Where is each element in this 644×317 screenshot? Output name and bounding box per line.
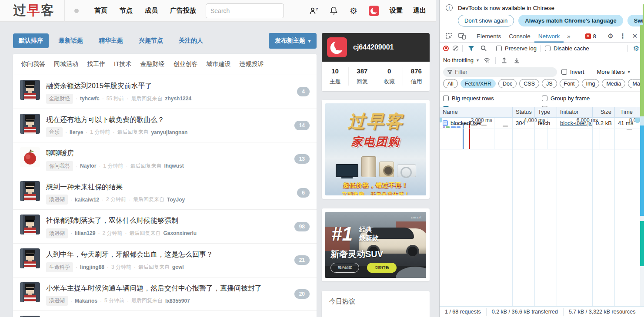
topic-avatar[interactable]	[20, 80, 40, 100]
more-tabs-chevron[interactable]: »	[565, 33, 572, 40]
sort-tab-4[interactable]: 关注的人	[173, 33, 209, 48]
topic-node-tag[interactable]: 金融财经	[46, 94, 73, 104]
filter-chip-fetchxhr[interactable]: Fetch/XHR	[460, 79, 496, 88]
topic-row[interactable]: 融资余额达到2015年股灾前水平了金融财经·tyhcwfc·55 秒前·最后回复…	[13, 75, 317, 109]
column-header-size[interactable]: Size	[593, 107, 615, 117]
ad2-order-button[interactable]: 立即订购	[367, 263, 397, 273]
column-header-time[interactable]: Time	[615, 107, 636, 117]
filter-funnel-icon[interactable]	[467, 44, 475, 53]
category-link-5[interactable]: 创业创客	[173, 60, 197, 68]
search-input[interactable]	[206, 3, 284, 18]
profile-stat-回复[interactable]: 387回复	[348, 67, 375, 86]
devtools-tab-elements[interactable]: Elements	[473, 30, 505, 43]
filter-chip-css[interactable]: CSS	[519, 79, 539, 88]
column-header-status[interactable]: Status	[513, 107, 535, 117]
category-link-2[interactable]: 找工作	[87, 60, 105, 68]
record-network-log-button[interactable]	[443, 46, 449, 51]
ad-appliances-banner[interactable]: 过早客 家电团购 超低价格，错过不再！ 立即抢购，开启品质生活！	[325, 103, 426, 195]
device-toolbar-icon[interactable]	[456, 31, 467, 41]
sort-tab-2[interactable]: 精华主题	[93, 33, 129, 48]
devtools-settings-gear-icon[interactable]: ⚙	[605, 31, 616, 41]
category-link-0[interactable]: 你问我答	[21, 60, 45, 68]
disable-cache-checkbox[interactable]: Disable cache	[545, 45, 589, 52]
user-avatar[interactable]	[369, 6, 379, 16]
invert-filter-checkbox[interactable]: Invert	[561, 69, 584, 75]
topic-title[interactable]: 人到中年，每天刷牙，牙龈都会出血，这是怎么回事？	[46, 250, 213, 259]
category-link-6[interactable]: 城市建设	[206, 60, 230, 68]
last-reply-user[interactable]: yanyujiangnan	[151, 129, 187, 135]
column-header-initiator[interactable]: Initiator	[557, 107, 593, 117]
nav-link-1[interactable]: 节点	[120, 7, 133, 15]
topic-avatar[interactable]	[20, 215, 40, 234]
sort-tab-3[interactable]: 兴趣节点	[133, 33, 169, 48]
topic-row[interactable]: 人到中年，每天刷牙，牙龈都会出血，这是怎么回事？生命科学·lingjing88·…	[13, 244, 317, 277]
profile-username[interactable]: cj644209001	[353, 43, 394, 51]
logout-link[interactable]: 退出	[413, 7, 426, 15]
dont-show-again-button[interactable]: Don't show again	[458, 15, 514, 26]
topic-author[interactable]: kaikaiw12	[75, 197, 99, 203]
topic-avatar[interactable]	[20, 181, 40, 201]
profile-stat-主题[interactable]: 10主题	[322, 67, 348, 86]
network-conditions-icon[interactable]	[483, 56, 491, 65]
request-row[interactable]: blockedUser304fetchblock-user.js:10.2 kB…	[440, 118, 644, 129]
devtools-kebab-menu-icon[interactable]: ⋮	[617, 31, 628, 41]
last-reply-user[interactable]: gcwl	[172, 264, 184, 270]
topic-author[interactable]: lingjing88	[80, 264, 104, 270]
reply-count-badge[interactable]: 6	[297, 188, 310, 198]
inspect-element-icon[interactable]	[443, 31, 454, 41]
category-link-7[interactable]: 违规投诉	[239, 60, 264, 68]
filter-chip-media[interactable]: Media	[602, 79, 625, 88]
category-link-1[interactable]: 同城活动	[54, 60, 78, 68]
topic-row[interactable]: 社保都强制落实了，双休什么时候能够强制汤逊湖·lilian129·2 分钟前·最…	[13, 210, 317, 244]
topic-title[interactable]: 现在还有地方可以下载免费的歌曲么？	[46, 115, 187, 125]
topic-node-tag[interactable]: 汤逊湖	[46, 228, 68, 238]
import-har-icon[interactable]	[500, 56, 508, 65]
topic-title[interactable]: 融资余额达到2015年股灾前水平了	[46, 81, 191, 91]
reply-count-badge[interactable]: 4	[297, 87, 310, 96]
category-link-4[interactable]: 金融财经	[140, 60, 164, 68]
topic-avatar[interactable]	[20, 282, 40, 302]
topic-author[interactable]: lilian129	[75, 230, 95, 236]
search-network-icon[interactable]	[479, 44, 488, 53]
new-topic-button[interactable]: 发布新主题▾	[269, 33, 317, 49]
throttling-select[interactable]: No throttling▾	[443, 57, 479, 63]
topic-author[interactable]: Naylor	[80, 163, 96, 169]
network-settings-gear-icon[interactable]: ⚙	[632, 44, 641, 53]
reply-count-badge[interactable]: 13	[294, 154, 310, 164]
topic-author[interactable]: Makarios	[75, 298, 97, 304]
topic-avatar[interactable]	[20, 147, 40, 167]
topic-node-tag[interactable]: 汤逊湖	[46, 195, 68, 205]
devtools-tab-console[interactable]: Console	[505, 30, 534, 43]
nav-link-0[interactable]: 首页	[94, 7, 107, 15]
initiator-link[interactable]: block-user.js:1	[560, 120, 593, 126]
request-name[interactable]: blockedUser	[450, 120, 482, 126]
topic-author[interactable]: lierye	[70, 129, 83, 135]
notifications-bell-icon[interactable]	[329, 6, 338, 16]
devtools-tab-network[interactable]: Network	[534, 30, 564, 43]
topic-title[interactable]: 想到一种未来社保的结果	[46, 182, 185, 192]
topic-title[interactable]: 聊聊暖房	[46, 149, 184, 158]
profile-stat-信用[interactable]: 876信用	[403, 67, 430, 86]
topic-row[interactable]: 现在还有地方可以下载免费的歌曲么？音乐·lierye·1 分钟前·最后回复来自y…	[13, 109, 317, 143]
preserve-log-checkbox[interactable]: Preserve log	[496, 45, 537, 52]
filter-input[interactable]	[455, 69, 542, 75]
export-har-icon[interactable]	[512, 56, 521, 65]
profile-avatar[interactable]	[327, 37, 347, 57]
sort-tab-0[interactable]: 默认排序	[13, 33, 49, 48]
topic-row[interactable]: 现在楼市是怎么回事？听说上海成都的新房涨疯了楼市房产·hermes·9 分钟前·…	[13, 311, 317, 317]
column-header-name[interactable]: Name	[440, 107, 513, 117]
option-checkbox-big-request-rows[interactable]: Big request rows	[443, 95, 542, 102]
issues-error-badge[interactable]: ✕ 8	[585, 33, 596, 40]
reply-count-badge[interactable]: 20	[294, 289, 310, 299]
requests-table-header[interactable]: NameStatusTypeInitiatorSizeTime	[440, 107, 644, 118]
devtools-close-icon[interactable]: ✕	[629, 31, 641, 41]
filter-chip-all[interactable]: All	[443, 79, 458, 88]
settings-gear-icon[interactable]: ⚙	[349, 6, 358, 16]
anonymous-user-icon[interactable]: ?	[309, 6, 318, 16]
last-reply-user[interactable]: Gaxonxinerlu	[163, 230, 197, 236]
topic-row[interactable]: 想到一种未来社保的结果汤逊湖·kaikaiw12·2 分钟前·最后回复来自Toy…	[13, 176, 317, 210]
filter-chip-js[interactable]: JS	[542, 79, 557, 88]
profile-stat-收藏[interactable]: 0收藏	[376, 67, 403, 86]
topic-row[interactable]: 聊聊暖房你问我答·Naylor·1 分钟前·最后回复来自lhqwust13	[13, 142, 317, 176]
site-logo[interactable]: 过早客	[13, 2, 55, 20]
